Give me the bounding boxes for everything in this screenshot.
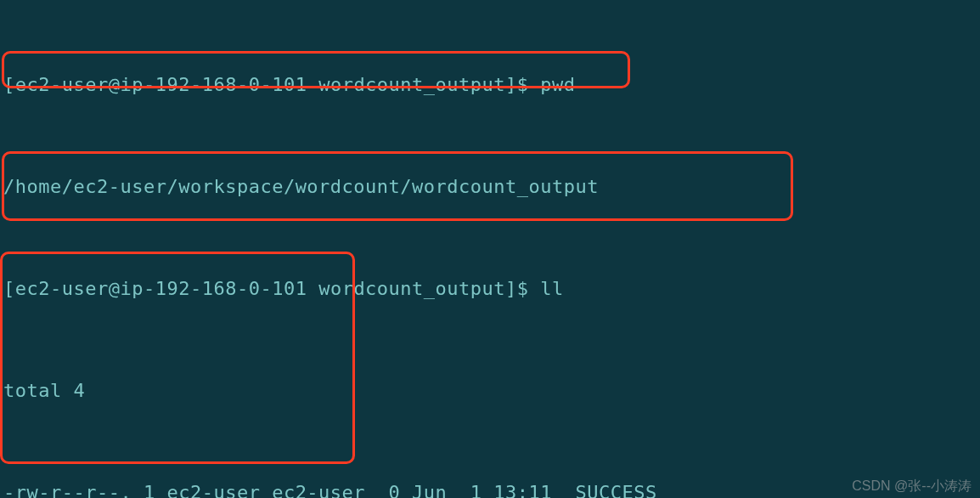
terminal-line: [ec2-user@ip-192-168-0-101 wordcount_out… <box>3 272 977 306</box>
ps1-cwd: wordcount_output <box>318 74 505 95</box>
output-pwd: /home/ec2-user/workspace/wordcount/wordc… <box>3 170 977 204</box>
command-pwd: pwd <box>540 74 575 95</box>
terminal-line: [ec2-user@ip-192-168-0-101 wordcount_out… <box>3 68 977 102</box>
ps1-user: ec2-user <box>15 74 109 95</box>
watermark: CSDN @张--小涛涛 <box>852 479 972 493</box>
ps1-host: ip-192-168-0-101 <box>120 74 307 95</box>
output-ll-row: -rw-r--r--. 1 ec2-user ec2-user 0 Jun 1 … <box>3 476 977 498</box>
command-ll: ll <box>540 278 564 299</box>
output-total: total 4 <box>3 374 977 408</box>
terminal[interactable]: [ec2-user@ip-192-168-0-101 wordcount_out… <box>0 0 980 498</box>
